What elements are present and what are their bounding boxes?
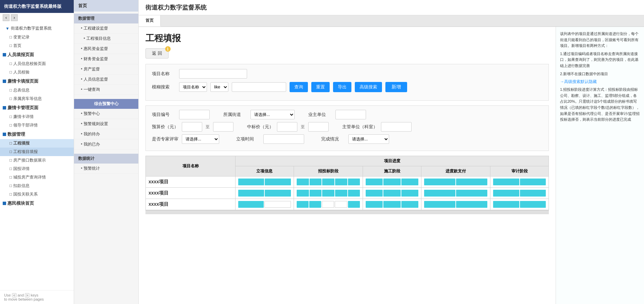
bid-max-input[interactable] — [308, 122, 329, 132]
nav-item-my-done[interactable]: 我的已办 — [74, 139, 138, 150]
sidebar-item-change-log[interactable]: □ 变更记录 — [0, 33, 74, 41]
sidebar-item-card-report[interactable]: 廉情卡填报页面 — [0, 77, 74, 86]
progress-segment — [401, 201, 418, 208]
sidebar-item-staff-report[interactable]: 人员填报页面 — [0, 50, 74, 60]
col-payment: 进度款支付 — [421, 166, 490, 176]
progress-segment — [456, 201, 487, 208]
progress-segment — [493, 190, 519, 197]
progress-segment — [456, 190, 487, 197]
complete-select[interactable]: 请选择... — [348, 134, 389, 144]
row-proj-name: xxxx项目 — [146, 176, 236, 188]
business-input[interactable] — [335, 110, 366, 119]
advanced-search-button[interactable]: 高级搜索 — [355, 82, 382, 92]
new-button[interactable]: 新增 — [385, 82, 407, 92]
progress-segment — [310, 190, 322, 197]
project-name-input[interactable] — [179, 69, 247, 79]
tab-home[interactable]: 首页 — [139, 15, 161, 27]
fuzzy-field-select[interactable]: 项目名称 项目编号 — [179, 82, 207, 92]
progress-cell-0 — [236, 199, 294, 210]
progress-cell-1 — [294, 199, 363, 210]
sidebar-item-property-data[interactable]: □ 房产接口数据展示 — [0, 156, 74, 165]
label-date: 立项时间 — [236, 136, 260, 142]
bid-sep: 至 — [301, 124, 305, 130]
sidebar-item-proj-fill[interactable]: □ 工程项目填报 — [0, 148, 74, 156]
app-title-bar: 街道权力数字监督系统 — [139, 0, 644, 15]
nav-item-warning-center[interactable]: 预警中心 — [74, 109, 138, 119]
sidebar-item-home[interactable]: □ 首页 — [0, 41, 74, 50]
progress-cell-4 — [490, 188, 549, 199]
progress-segment — [366, 201, 383, 208]
sidebar-root-label: 街道权力数字监督系统 — [11, 26, 52, 31]
sidebar-item-card-detail[interactable]: □ 廉情卡详情 — [0, 113, 74, 121]
table-row[interactable]: xxxx项目 — [146, 176, 549, 188]
budget-max-input[interactable] — [213, 122, 233, 132]
progress-segment — [310, 179, 322, 185]
nav-item-one-click[interactable]: 一键查询 — [74, 85, 138, 95]
date-input[interactable] — [263, 134, 304, 144]
sidebar-item-proj-report[interactable]: □ 工程填报 — [0, 139, 74, 148]
sidebar-tree: ▼ 街道权力数字监督系统 □ 变更记录 □ 首页 人员填报页面 □ 人员信息校验… — [0, 22, 74, 290]
nav-item-proj-info[interactable]: 工程项目信息 — [74, 34, 138, 44]
reset-button[interactable]: 重置 — [311, 82, 330, 92]
nav-item-property[interactable]: 房产监督 — [74, 64, 138, 74]
fuzzy-value-input[interactable] — [232, 82, 286, 92]
nav-item-my-pending[interactable]: 我的待办 — [74, 129, 138, 139]
sidebar-item-huimin[interactable]: 惠民模块首页 — [0, 199, 74, 208]
budget-min-input[interactable] — [182, 122, 202, 132]
sidebar-item-card-mgmt[interactable]: 廉情卡管理页面 — [0, 103, 74, 113]
proj-num-input[interactable] — [179, 110, 210, 119]
table-row[interactable]: xxxx项目 — [146, 188, 549, 199]
progress-segment — [520, 190, 546, 197]
sidebar-item-staff-verify[interactable]: □ 人员校验 — [0, 68, 74, 77]
progress-segment — [383, 201, 400, 208]
nav-item-huimin-funds[interactable]: 惠民资金监督 — [74, 44, 138, 54]
bid-min-input[interactable] — [277, 122, 297, 132]
sidebar-item-guotou-detail[interactable]: □ 国投详情 — [0, 165, 74, 173]
nav-item-staff-info[interactable]: 人员信息监督 — [74, 74, 138, 85]
expert-select[interactable]: 请选择... — [182, 134, 219, 144]
progress-segment — [238, 201, 264, 208]
sidebar-item-family-car[interactable]: □ 亲属房车等信息 — [0, 95, 74, 103]
sidebar-item-root[interactable]: ▼ 街道权力数字监督系统 — [0, 24, 74, 33]
nav-next-btn[interactable]: › — [11, 14, 18, 21]
fuzzy-op-select[interactable]: like = != — [210, 82, 228, 92]
sidebar-item-leader-detail[interactable]: □ 领导干部详情 — [0, 121, 74, 130]
progress-segment — [238, 179, 264, 185]
footer-use-text: Use — [4, 293, 12, 297]
nav-item-warning-rules[interactable]: 预警规则设置 — [74, 119, 138, 129]
search-form-row1: 项目名称 — [152, 69, 542, 79]
sidebar-item-city-property[interactable]: □ 城投房产查询详情 — [0, 173, 74, 182]
sidebar: 街道权力数字监督系统最终版 ‹ › ▼ 街道权力数字监督系统 □ 变更记录 □ … — [0, 0, 74, 304]
export-button[interactable]: 导出 — [333, 82, 351, 92]
progress-segment — [297, 190, 309, 197]
table-row[interactable]: xxxx项目 — [146, 199, 549, 210]
row-proj-name: xxxx项目 — [146, 199, 236, 210]
sidebar-item-staff-verify-page[interactable]: □ 人员信息校验页面 — [0, 60, 74, 68]
nav-section-warning-title: 综合预警中心 — [74, 99, 138, 109]
dept-input[interactable] — [381, 122, 412, 132]
progress-segment — [322, 179, 334, 185]
sidebar-item-deduction[interactable]: □ 扣款信息 — [0, 182, 74, 190]
progress-cell-4 — [490, 199, 549, 210]
nav-prev-btn[interactable]: ‹ — [3, 14, 10, 21]
nav-item-finance[interactable]: 财务资金监督 — [74, 54, 138, 64]
progress-segment — [265, 179, 291, 185]
progress-segment — [335, 179, 347, 185]
progress-segment — [238, 190, 264, 197]
nav-item-warning-stats[interactable]: 预警统计 — [74, 164, 138, 174]
nav-arrows: ‹ › — [0, 13, 74, 22]
progress-cell-3 — [421, 199, 490, 210]
sidebar-item-summary-info[interactable]: □ 总表信息 — [0, 86, 74, 95]
sidebar-item-data-mgmt[interactable]: 数据管理 — [0, 130, 74, 139]
query-button[interactable]: 查询 — [290, 82, 308, 92]
nav-home-btn[interactable]: 首页 — [74, 0, 138, 12]
horizontal-scrollbar[interactable] — [145, 210, 549, 214]
progress-cell-4 — [490, 176, 549, 188]
street-select[interactable]: 请选择... — [250, 110, 295, 119]
sidebar-item-guotou-relation[interactable]: □ 国投关联关系 — [0, 190, 74, 199]
nav-panel: 首页 数据管理 工程建设监督 工程项目信息 惠民资金监督 财务资金监督 房产监督… — [74, 0, 139, 304]
advanced-search-form: 项目编号 所属街道 请选择... 业主单位 预算价（元） 至 — [145, 105, 549, 151]
nav-item-construction[interactable]: 工程建设监督 — [74, 23, 138, 34]
progress-cell-2 — [363, 176, 421, 188]
progress-segment — [493, 201, 519, 208]
